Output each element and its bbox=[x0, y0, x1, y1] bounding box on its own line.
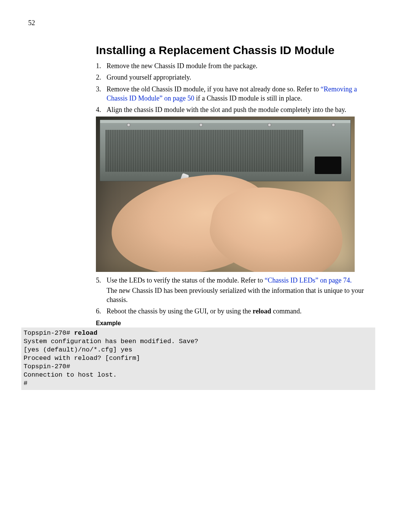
section-heading: Installing a Replacement Chassis ID Modu… bbox=[96, 44, 375, 57]
step-4: 4. Align the chassis ID module with the … bbox=[96, 105, 375, 114]
step-text-pre: Remove the old Chassis ID module, if you… bbox=[107, 85, 320, 93]
step-extra-text: The new Chassis ID has been previously s… bbox=[107, 286, 375, 305]
command-name: reload bbox=[253, 307, 271, 315]
cli-output-line: Connection to host lost. bbox=[24, 371, 117, 379]
step-5: 5. Use the LEDs to verify the status of … bbox=[96, 276, 375, 304]
step-number: 3. bbox=[96, 85, 107, 103]
cli-output-line: [yes (default)/no/*.cfg] yes bbox=[24, 346, 132, 353]
page: 52 Installing a Replacement Chassis ID M… bbox=[0, 0, 411, 532]
step-number: 1. bbox=[96, 61, 107, 70]
content-column: Installing a Replacement Chassis ID Modu… bbox=[96, 44, 375, 390]
step-text-pre: Use the LEDs to verify the status of the… bbox=[107, 276, 264, 284]
cli-command: reload bbox=[74, 329, 97, 337]
step-text: Align the chassis ID module with the slo… bbox=[107, 105, 375, 114]
step-text-post: command. bbox=[271, 307, 302, 315]
step-text-post: if a Chassis ID module is still in place… bbox=[194, 94, 302, 102]
figure-image bbox=[96, 117, 355, 272]
step-text: Remove the new Chassis ID module from th… bbox=[107, 61, 375, 70]
step-text: Use the LEDs to verify the status of the… bbox=[107, 276, 375, 304]
code-example: Topspin-270# reload System configuration… bbox=[21, 328, 375, 390]
page-number: 52 bbox=[28, 19, 375, 27]
step-2: 2. Ground yourself appropriately. bbox=[96, 73, 375, 82]
step-text: Ground yourself appropriately. bbox=[107, 73, 375, 82]
step-6: 6. Reboot the chassis by using the GUI, … bbox=[96, 307, 375, 316]
procedure-list: 1. Remove the new Chassis ID module from… bbox=[96, 61, 375, 114]
cli-output-line: System configuration has been modified. … bbox=[24, 338, 198, 345]
step-3: 3. Remove the old Chassis ID module, if … bbox=[96, 85, 375, 103]
example-label: Example bbox=[96, 320, 375, 327]
procedure-list-continued: 5. Use the LEDs to verify the status of … bbox=[96, 276, 375, 316]
step-number: 6. bbox=[96, 307, 107, 316]
xref-chassis-id-leds[interactable]: “Chassis ID LEDs” on page 74. bbox=[264, 276, 352, 284]
step-text-pre: Reboot the chassis by using the GUI, or … bbox=[107, 307, 253, 315]
cli-output-line: Topspin-270# bbox=[24, 363, 70, 370]
step-number: 5. bbox=[96, 276, 107, 304]
step-text: Reboot the chassis by using the GUI, or … bbox=[107, 307, 375, 316]
step-number: 4. bbox=[96, 105, 107, 114]
step-1: 1. Remove the new Chassis ID module from… bbox=[96, 61, 375, 70]
cli-prompt: Topspin-270# bbox=[24, 329, 74, 337]
chassis-illustration bbox=[100, 120, 351, 181]
step-number: 2. bbox=[96, 73, 107, 82]
step-text: Remove the old Chassis ID module, if you… bbox=[107, 85, 375, 103]
figure bbox=[96, 117, 375, 272]
cli-output-line: Proceed with reload? [confirm] bbox=[24, 355, 140, 362]
cli-output-line: # bbox=[24, 380, 27, 387]
